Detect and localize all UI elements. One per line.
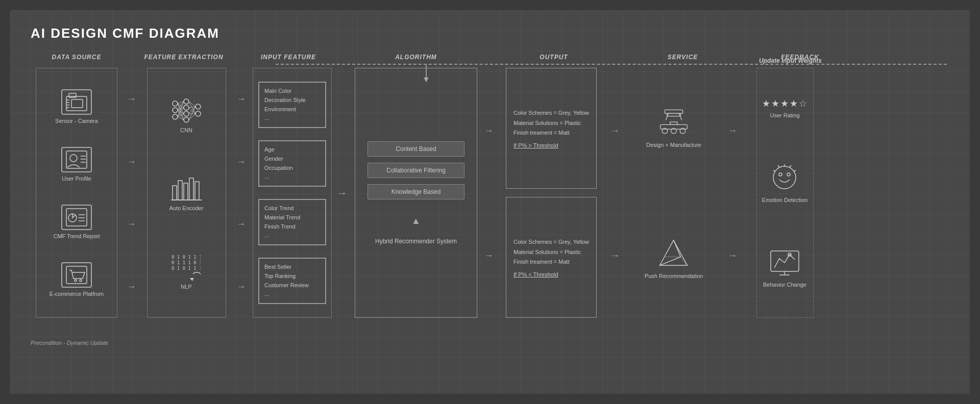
update-weights-label: Update Input Weights [759, 57, 822, 64]
arrow-fe4: → [237, 282, 246, 291]
svg-line-41 [189, 102, 195, 107]
svg-rect-53 [195, 182, 199, 200]
algo-label: Hybrid Recommender System [375, 238, 457, 245]
col-datasource: Sensor - Camera User Pro [31, 63, 122, 318]
feature-box: CNN Auto [147, 68, 226, 318]
input-box-2-text: AgeGenderOccupation... [264, 145, 321, 181]
push-label: Push Recommendation [645, 273, 703, 279]
feedback-behavior: Behavior Change [763, 248, 806, 288]
input-box: Main ColorDecoration StyleEnvironment...… [253, 68, 332, 318]
arrows-fe-input: → → → → [232, 68, 250, 318]
svg-line-48 [189, 114, 195, 120]
pyramid-icon [656, 238, 692, 269]
datasource-box: Sensor - Camera User Pro [36, 68, 117, 318]
algo-container: Content Based Collaborative Filtering Kn… [355, 68, 477, 318]
algo-up-arrow: ▲ [411, 216, 421, 226]
cnn-label: CNN [180, 127, 192, 133]
svg-point-23 [184, 99, 189, 104]
svg-marker-58 [190, 278, 194, 281]
output-lower-text: Color Schemes = Grey, YellowMaterial Sol… [513, 237, 589, 267]
arrow-2: → [127, 157, 136, 166]
feedback-arrow-dashed [276, 64, 947, 65]
svg-point-8 [70, 155, 77, 162]
nlp-label: NLP [181, 284, 191, 290]
input-box-4: Best SellerTop RankingCustomer Review... [258, 258, 326, 304]
btn-content-based[interactable]: Content Based [368, 141, 464, 157]
manufacture-icon [656, 107, 692, 138]
encoder-label: Auto Encoder [169, 205, 204, 211]
svg-rect-50 [178, 181, 182, 200]
fe-item-nlp: 0 1 0 1 1 1 0 0 1 1 1 0 1 0 0 1 0 1 1 1 … [167, 252, 206, 290]
ds-item-user: User Profile [61, 147, 92, 182]
chart-icon [61, 205, 92, 230]
input-box-4-text: Best SellerTop RankingCustomer Review... [264, 263, 321, 298]
svg-rect-6 [71, 99, 83, 108]
nlp-icon: 0 1 0 1 1 1 0 0 1 1 1 0 1 0 0 1 0 1 1 1 … [167, 252, 206, 281]
btn-collaborative[interactable]: Collaborative Filtering [368, 163, 464, 178]
svg-point-28 [195, 111, 201, 116]
rating-label: User Rating [770, 112, 799, 118]
svg-line-79 [773, 170, 775, 171]
svg-point-74 [779, 173, 782, 176]
svg-rect-1 [69, 93, 76, 97]
output-container: Color Schemes = Grey, YellowMaterial Sol… [506, 68, 597, 318]
svg-rect-52 [189, 178, 193, 200]
svg-point-18 [75, 280, 77, 282]
svg-rect-49 [173, 186, 177, 200]
input-box-1-text: Main ColorDecoration StyleEnvironment... [264, 87, 321, 122]
arrows-service-feedback: → → [725, 68, 740, 318]
input-box-2: AgeGenderOccupation... [258, 140, 326, 186]
arrow-sf1: → [728, 126, 737, 135]
fe-item-encoder: Auto Encoder [168, 174, 204, 211]
input-box-3-text: Color TrendMaterial TrendFinish Trend... [264, 204, 321, 240]
svg-point-27 [195, 104, 201, 109]
svg-text:0 1 0 1 1 1 0: 0 1 0 1 1 1 0 [172, 266, 201, 271]
btn-knowledge[interactable]: Knowledge Based [368, 184, 464, 199]
output-upper: Color Schemes = Grey, YellowMaterial Sol… [506, 68, 597, 189]
output-lower-link[interactable]: If P% < Threshold [513, 271, 589, 277]
service-container: Design + Manufacture [645, 68, 703, 318]
svg-marker-68 [659, 240, 687, 265]
svg-line-78 [790, 165, 791, 167]
col-feedback: ★★★★☆ User Rating [740, 63, 829, 318]
svg-line-70 [659, 257, 680, 266]
behavior-icon [767, 248, 802, 279]
camera-label: Sensor - Camera [55, 118, 98, 124]
col-service: Design + Manufacture [623, 63, 725, 318]
svg-rect-67 [670, 122, 677, 124]
fe-item-cnn: CNN [168, 96, 204, 133]
ds-item-cmf: CMF Trend Report [53, 205, 100, 239]
svg-point-25 [184, 111, 189, 116]
col-input: Main ColorDecoration StyleEnvironment...… [250, 63, 334, 318]
precondition: Precondition - Dynamic Update [31, 340, 108, 346]
manufacture-label: Design + Manufacture [646, 142, 701, 148]
feedback-arrowhead: ▼ [422, 75, 430, 84]
header-input: INPUT FEATURE [245, 54, 332, 61]
diagram: Sensor - Camera User Pro [31, 63, 949, 379]
ecommerce-label: E-commerce Platfrom [50, 291, 104, 297]
behavior-label: Behavior Change [763, 282, 806, 288]
header-algorithm: ALGORITHM [347, 54, 485, 61]
output-upper-link[interactable]: If P% > Threshold [513, 142, 589, 148]
svg-line-77 [778, 165, 779, 167]
col-algorithm: Content Based Collaborative Filtering Kn… [350, 63, 482, 318]
col-feature: CNN Auto [140, 63, 232, 318]
page-title: AI DESIGN CMF DIAGRAM [31, 26, 949, 41]
arrow-4: → [127, 282, 136, 291]
header-output: OUTPUT [495, 54, 612, 61]
arrow-sf2: → [728, 251, 737, 260]
cart-icon [61, 262, 92, 288]
ds-item-camera: Sensor - Camera [55, 89, 98, 124]
header-feature: FEATURE EXTRACTION [140, 54, 227, 61]
svg-text:0 1 0 1 1 1 0: 0 1 0 1 1 1 0 [172, 255, 201, 260]
arrows-ds-fe: → → → → [122, 68, 140, 318]
header-datasource: DATA SOURCE [31, 54, 122, 61]
arrow-fe2: → [237, 157, 246, 166]
user-icon [61, 147, 92, 172]
svg-rect-81 [771, 251, 799, 271]
input-box-3: Color TrendMaterial TrendFinish Trend... [258, 199, 326, 245]
svg-text:0 1 1 1 0 1 0: 0 1 1 1 0 1 0 [172, 260, 201, 265]
camera-icon [61, 89, 92, 115]
feedback-rating: ★★★★☆ User Rating [762, 98, 808, 118]
svg-point-19 [80, 280, 82, 282]
